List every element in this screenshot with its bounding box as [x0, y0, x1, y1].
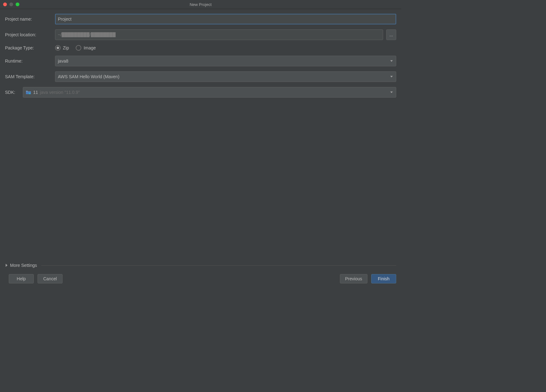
window-controls	[0, 3, 19, 6]
project-name-label: Project name:	[5, 17, 55, 22]
cancel-button[interactable]: Cancel	[38, 274, 63, 283]
finish-button[interactable]: Finish	[371, 274, 396, 283]
window-title: New Project	[190, 2, 211, 7]
project-name-input[interactable]	[55, 14, 396, 24]
chevron-down-icon	[390, 92, 393, 93]
title-bar: New Project	[0, 0, 401, 9]
sdk-select[interactable]: 11 java version "11.0.9"	[23, 87, 396, 98]
radio-unselected-icon	[76, 45, 81, 51]
previous-button[interactable]: Previous	[340, 274, 367, 283]
sam-template-select[interactable]: AWS SAM Hello World (Maven)	[55, 71, 396, 82]
runtime-row: Runtime: java8	[5, 56, 396, 66]
package-type-zip-radio[interactable]: Zip	[55, 45, 69, 51]
project-location-label: Project location:	[5, 32, 55, 37]
more-settings-row: More Settings	[5, 263, 396, 268]
expand-arrow-icon[interactable]	[6, 264, 8, 267]
chevron-down-icon	[390, 76, 393, 78]
spacer	[5, 103, 396, 263]
dialog-footer: Help Cancel Previous Finish	[5, 274, 396, 288]
package-type-row: Package Type: Zip Image	[5, 45, 396, 51]
runtime-label: Runtime:	[5, 59, 55, 64]
project-location-row: Project location: ...	[5, 29, 396, 40]
close-window-icon[interactable]	[3, 3, 7, 6]
project-name-row: Project name:	[5, 14, 396, 24]
dialog-content: Project name: Project location: ... Pack…	[0, 9, 401, 288]
runtime-select[interactable]: java8	[55, 56, 396, 66]
project-location-input[interactable]	[55, 29, 383, 40]
package-type-label: Package Type:	[5, 45, 55, 50]
sdk-folder-icon	[26, 90, 31, 94]
radio-selected-icon	[55, 45, 61, 51]
sdk-version-detail: java version "11.0.9"	[40, 90, 80, 95]
chevron-down-icon	[390, 60, 393, 62]
browse-location-button[interactable]: ...	[386, 29, 396, 40]
maximize-window-icon[interactable]	[16, 3, 19, 6]
sam-template-row: SAM Template: AWS SAM Hello World (Maven…	[5, 71, 396, 82]
radio-image-label: Image	[83, 45, 96, 50]
more-settings-toggle[interactable]: More Settings	[10, 263, 37, 268]
runtime-value: java8	[58, 59, 68, 64]
sdk-version: 11	[33, 90, 38, 95]
footer-spacer	[66, 274, 336, 283]
help-button[interactable]: Help	[9, 274, 34, 283]
sam-template-value: AWS SAM Hello World (Maven)	[58, 74, 119, 79]
radio-zip-label: Zip	[63, 45, 69, 50]
package-type-image-radio[interactable]: Image	[76, 45, 96, 51]
divider	[41, 265, 396, 266]
minimize-window-icon	[9, 3, 13, 6]
sdk-row: SDK: 11 java version "11.0.9"	[5, 87, 396, 98]
svg-point-0	[29, 93, 30, 94]
sdk-label: SDK:	[5, 90, 23, 95]
package-type-radio-group: Zip Image	[55, 45, 96, 51]
ellipsis-icon: ...	[389, 32, 393, 37]
sam-template-label: SAM Template:	[5, 74, 55, 79]
